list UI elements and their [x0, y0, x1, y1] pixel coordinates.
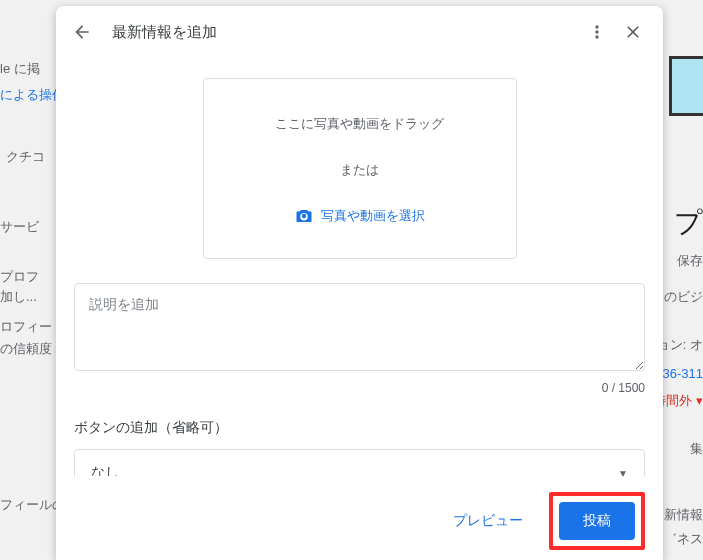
more-vert-icon [587, 22, 607, 42]
modal-title: 最新情報を追加 [112, 23, 217, 42]
bg-text: ョン: オ [657, 336, 703, 354]
bg-text: プロフ [0, 268, 39, 286]
select-media-button[interactable]: 写真や動画を選択 [295, 207, 425, 225]
bg-text: プ [674, 204, 703, 242]
modal-footer: プレビュー 投稿 [56, 476, 663, 560]
media-dropzone[interactable]: ここに写真や動画をドラッグ または 写真や動画を選択 [203, 78, 517, 259]
close-button[interactable] [621, 20, 645, 44]
caret-down-icon: ▼ [618, 468, 628, 477]
bg-text: le に掲 [0, 60, 40, 78]
button-type-select[interactable]: なし ▼ [74, 449, 645, 476]
bg-thumbnail [669, 56, 703, 116]
bg-text: の信頼度 [0, 340, 52, 358]
bg-text: のビジ [664, 288, 703, 306]
bg-text: 保存 [677, 252, 703, 270]
character-counter: 0 / 1500 [74, 381, 645, 395]
description-section: 0 / 1500 [74, 283, 645, 395]
bg-text: 加し... [0, 288, 37, 306]
add-update-modal: 最新情報を追加 ここに写真や動画をドラッグ または 写真や動画を選択 0 / 1… [56, 6, 663, 560]
button-type-selected: なし [91, 464, 119, 476]
bg-text: サービ [0, 218, 39, 236]
back-button[interactable] [70, 20, 94, 44]
arrow-left-icon [72, 22, 92, 42]
bg-text: クチコ [6, 148, 45, 166]
post-button-highlight: 投稿 [549, 492, 645, 550]
camera-icon [295, 207, 313, 225]
bg-text: 36-311 [663, 366, 703, 381]
dropzone-drag-text: ここに写真や動画をドラッグ [214, 115, 506, 133]
bg-text: 集 [690, 440, 703, 458]
select-media-label: 写真や動画を選択 [321, 207, 425, 225]
modal-body: ここに写真や動画をドラッグ または 写真や動画を選択 0 / 1500 ボタンの… [56, 58, 663, 476]
dropzone-or-text: または [214, 161, 506, 179]
post-button[interactable]: 投稿 [559, 502, 635, 540]
bg-text: ゛ネス [664, 530, 703, 548]
preview-button[interactable]: プレビュー [443, 504, 533, 538]
description-textarea[interactable] [74, 283, 645, 371]
bg-text: 新情報 [664, 506, 703, 524]
bg-text: ロフィー [0, 318, 52, 336]
button-section-label: ボタンの追加（省略可） [74, 419, 645, 437]
modal-header: 最新情報を追加 [56, 6, 663, 58]
more-options-button[interactable] [585, 20, 609, 44]
close-icon [623, 22, 643, 42]
